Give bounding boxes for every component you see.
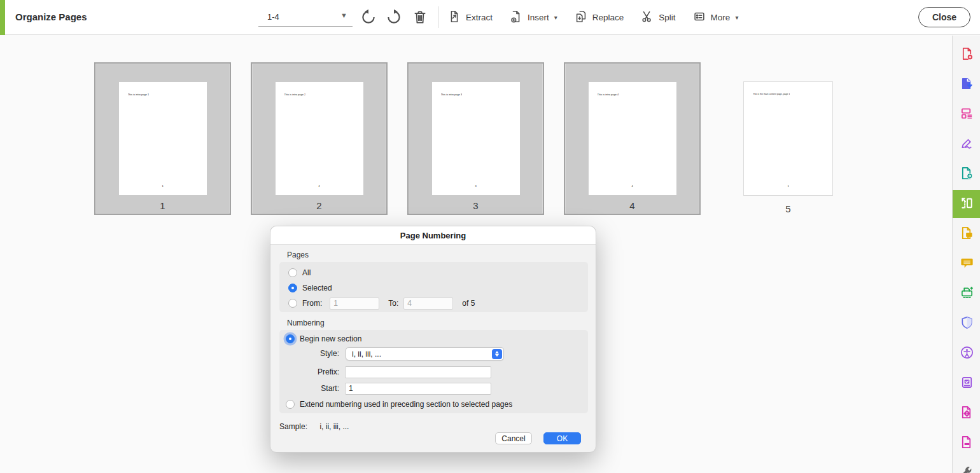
- insert-label: Insert: [528, 13, 549, 22]
- pages-groupbox: All Selected From: To: of 5: [279, 262, 588, 312]
- sidebar-item-comment[interactable]: [953, 250, 980, 278]
- split-label: Split: [659, 13, 675, 22]
- split-scissors-icon: [640, 10, 654, 25]
- radio-extend-numbering[interactable]: [286, 400, 295, 409]
- start-row: Start:: [279, 382, 588, 395]
- sidebar-item-fill-and-sign[interactable]: [953, 130, 980, 158]
- chevron-down-icon: ▼: [340, 11, 347, 19]
- extend-numbering-label: Extend numbering used in preceding secti…: [300, 400, 512, 409]
- dialog-title: Page Numbering: [270, 226, 596, 245]
- chevron-down-icon: ▾: [735, 14, 738, 21]
- split-button[interactable]: Split: [640, 10, 675, 25]
- sidebar-item-create-pdf[interactable]: [953, 41, 980, 69]
- page-title: Organize Pages: [15, 11, 87, 22]
- from-label: From:: [302, 299, 322, 308]
- extract-button[interactable]: Extract: [447, 10, 493, 25]
- from-input[interactable]: [330, 298, 379, 310]
- toolbar: Organize Pages 1-4 ▼: [0, 0, 980, 35]
- ok-button[interactable]: OK: [543, 432, 581, 444]
- pages-section-label: Pages: [287, 250, 309, 259]
- style-label: Style:: [320, 349, 339, 358]
- radio-all-label: All: [302, 268, 311, 277]
- page-range-value: 1-4: [267, 12, 279, 22]
- insert-button[interactable]: Insert ▾: [509, 10, 557, 25]
- insert-icon: [509, 10, 523, 25]
- tools-sidebar: [952, 36, 980, 473]
- radio-row-selected[interactable]: Selected: [288, 282, 332, 294]
- prefix-label: Prefix:: [318, 367, 339, 376]
- numbering-groupbox: Begin new section Style: i, ii, iii, ...…: [279, 330, 588, 413]
- page-preview: This is intro page 4 4: [589, 82, 676, 195]
- start-input[interactable]: [345, 383, 491, 395]
- radio-selected[interactable]: [288, 284, 297, 292]
- page-range-select[interactable]: 1-4 ▼: [258, 8, 353, 27]
- radio-begin-new-section[interactable]: [286, 334, 295, 343]
- more-tools-wrench-icon: [960, 465, 974, 473]
- to-label: To:: [388, 299, 398, 308]
- sidebar-item-compress-pdf[interactable]: [953, 399, 980, 427]
- radio-row-begin-new-section[interactable]: Begin new section: [286, 332, 361, 345]
- sidebar-item-redact[interactable]: [953, 429, 980, 457]
- rotate-right-icon: [386, 9, 402, 27]
- extract-label: Extract: [466, 13, 493, 22]
- page-thumbnail-2[interactable]: This is intro page 2 2 2: [251, 62, 388, 215]
- redact-icon: [960, 435, 974, 452]
- to-input[interactable]: [403, 298, 453, 310]
- radio-row-all[interactable]: All: [288, 266, 311, 279]
- radio-row-extend-numbering[interactable]: Extend numbering used in preceding secti…: [286, 398, 585, 411]
- radio-row-from-to[interactable]: From: To: of 5: [288, 297, 581, 310]
- export-pdf-icon: [960, 76, 974, 93]
- radio-from[interactable]: [288, 299, 297, 308]
- chevron-down-icon: ▾: [554, 14, 557, 21]
- radio-all[interactable]: [288, 268, 297, 277]
- page-header-text: This is the main content page, page 1: [753, 93, 790, 95]
- cancel-button[interactable]: Cancel: [495, 432, 532, 444]
- sidebar-item-accessibility[interactable]: [953, 339, 980, 367]
- replace-label: Replace: [592, 13, 624, 22]
- page-footer-number: 1: [119, 184, 207, 188]
- scan-ocr-icon: [960, 285, 974, 303]
- page-header-text: This is intro page 1: [128, 93, 150, 96]
- page-header-text: This is intro page 4: [598, 93, 619, 96]
- sidebar-item-prepare-form[interactable]: [953, 369, 980, 397]
- page-preview: This is intro page 1 1: [119, 82, 207, 195]
- page-thumbnail-1[interactable]: This is intro page 1 1 1: [94, 62, 231, 215]
- sidebar-item-export-pdf[interactable]: [953, 71, 980, 99]
- sidebar-item-scan-and-ocr[interactable]: [953, 280, 980, 308]
- thumbnail-number: 4: [565, 200, 699, 211]
- edit-pdf-icon: [960, 106, 974, 123]
- page-thumbnail-3[interactable]: This is intro page 3 3 3: [407, 62, 544, 215]
- sidebar-item-edit-pdf[interactable]: [953, 100, 980, 128]
- numbering-section-label: Numbering: [287, 319, 325, 327]
- replace-button[interactable]: Replace: [574, 10, 624, 25]
- sidebar-item-more-tools[interactable]: [953, 459, 980, 473]
- prefix-input[interactable]: [345, 366, 491, 378]
- page-header-text: This is intro page 2: [284, 93, 306, 96]
- send-document-icon: [960, 166, 974, 183]
- sample-value: i, ii, iii, ...: [319, 422, 349, 431]
- sample-row: Sample: i, ii, iii, ...: [279, 422, 349, 431]
- sidebar-item-edit-comment-doc[interactable]: [953, 220, 980, 248]
- page-thumbnail-4[interactable]: This is intro page 4 4 4: [564, 62, 701, 215]
- compress-pdf-icon: [960, 405, 974, 422]
- green-accent-strip: [0, 0, 5, 35]
- start-label: Start:: [321, 384, 339, 393]
- page-thumbnail-5[interactable]: This is the main content page, page 1 1 …: [743, 81, 833, 216]
- page-footer-number: 1: [744, 184, 832, 188]
- comment-bubble-icon: [960, 256, 974, 273]
- prepare-form-checklist-icon: [960, 375, 974, 392]
- page-footer-number: 4: [589, 184, 676, 188]
- delete-pages-button[interactable]: [410, 8, 430, 27]
- rotate-right-button[interactable]: [384, 8, 403, 27]
- style-select[interactable]: i, ii, iii, ...: [346, 347, 504, 360]
- close-button[interactable]: Close: [918, 7, 970, 27]
- radio-selected-label: Selected: [302, 284, 332, 292]
- more-button[interactable]: More ▾: [692, 10, 739, 25]
- page-preview: This is the main content page, page 1 1: [743, 81, 833, 196]
- sidebar-item-protect[interactable]: [953, 310, 980, 338]
- sidebar-item-send-document[interactable]: [953, 160, 980, 188]
- sidebar-item-organize-pages[interactable]: [953, 190, 980, 218]
- toolbar-actions: Extract Insert ▾ Replace: [447, 0, 738, 35]
- of-total-label: of 5: [462, 299, 475, 308]
- rotate-left-button[interactable]: [359, 8, 378, 27]
